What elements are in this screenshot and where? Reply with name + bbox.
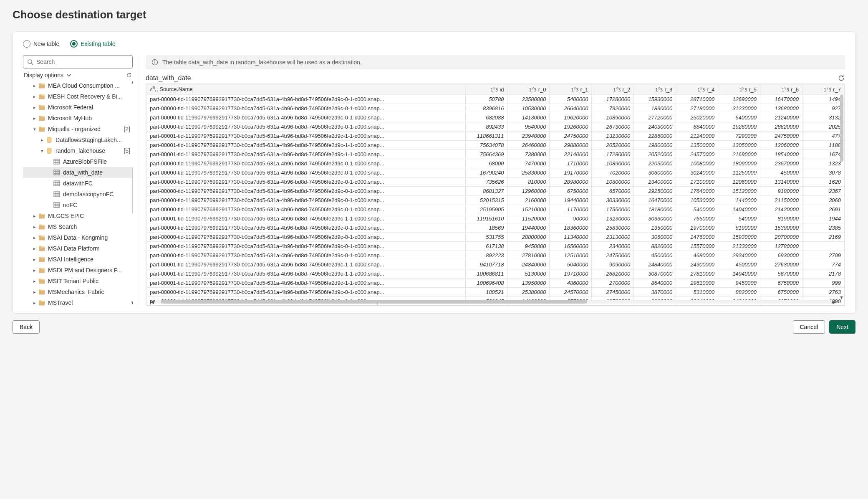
table-row[interactable]: part-00001-tid-119907976992917730-b0ca7d… — [146, 269, 845, 278]
table-cell: 13230000 — [592, 214, 634, 223]
table-row[interactable]: part-00000-tid-119907976992917730-b0ca7d… — [146, 241, 845, 251]
tree-item[interactable]: ▸MLGCS EPIC — [23, 210, 133, 221]
scroll-down-arrow-icon[interactable]: ▼ — [130, 300, 133, 306]
table-row[interactable]: part-00001-tid-119907976992917730-b0ca7d… — [146, 260, 845, 269]
table-cell: 2709 — [802, 251, 845, 260]
table-row[interactable]: part-00000-tid-119907976992917730-b0ca7d… — [146, 195, 845, 205]
tree-item[interactable]: AzureBlobFSFile — [23, 156, 133, 167]
table-row[interactable]: part-00000-tid-119907976992917730-b0ca7d… — [146, 104, 845, 113]
display-options-button[interactable]: Display options — [24, 72, 72, 79]
column-header[interactable]: 123id — [465, 84, 507, 95]
table-cell: 2763 — [802, 287, 845, 296]
chevron-right-icon[interactable]: ▸ — [32, 235, 37, 241]
column-header[interactable]: 123r_2 — [592, 84, 634, 95]
column-header[interactable]: 123r_0 — [507, 84, 550, 95]
radio-new-table[interactable]: New table — [23, 40, 59, 48]
back-button[interactable]: Back — [13, 320, 40, 334]
tree-item[interactable]: data_with_date — [23, 167, 133, 178]
chevron-right-icon[interactable]: ▸ — [32, 94, 37, 99]
column-header[interactable]: 123r_5 — [718, 84, 760, 95]
tree-item[interactable]: ▸MSMechanics_Fabric — [23, 286, 133, 297]
tree-item[interactable]: ▸DataflowsStagingLakeh... — [23, 134, 133, 145]
chevron-right-icon[interactable]: ▸ — [32, 224, 37, 230]
table-row[interactable]: part-00001-tid-119907976992917730-b0ca7d… — [146, 214, 845, 223]
chevron-right-icon[interactable]: ▸ — [32, 279, 37, 284]
table-cell: 1674 — [802, 149, 845, 159]
tree-item[interactable]: ▸Microsoft Federal — [23, 102, 133, 113]
cancel-button[interactable]: Cancel — [793, 320, 825, 334]
table-row[interactable]: part-00000-tid-119907976992917730-b0ca7d… — [146, 168, 845, 177]
scroll-down-arrow-icon[interactable]: ▼ — [839, 295, 844, 300]
column-header[interactable]: 123r_4 — [676, 84, 718, 95]
tree-item[interactable]: ▸MSAI Data Platform — [23, 243, 133, 254]
table-row[interactable]: part-00001-tid-119907976992917730-b0ca7d… — [146, 149, 845, 159]
chevron-right-icon[interactable]: ▸ — [32, 246, 37, 251]
scrollbar-thumb[interactable] — [840, 95, 843, 162]
radio-existing-table[interactable]: Existing table — [70, 40, 115, 48]
table-row[interactable]: part-00000-tid-119907976992917730-b0ca7d… — [146, 113, 845, 122]
grid-vertical-scrollbar[interactable]: ▲ ▼ — [840, 95, 843, 299]
tree-item[interactable]: ▸Microsoft MyHub — [23, 113, 133, 124]
table-cell: 5670000 — [760, 269, 802, 278]
tree-item[interactable]: ▸MSTravel — [23, 297, 133, 306]
table-row[interactable]: part-00001-tid-119907976992917730-b0ca7d… — [146, 140, 845, 149]
table-cell: 14760000 — [676, 232, 718, 241]
column-header[interactable]: ABCSource.Name — [146, 84, 466, 95]
scroll-right-arrow-icon[interactable]: ▶ — [832, 299, 837, 305]
table-cell: 21150000 — [760, 195, 802, 205]
chevron-right-icon[interactable]: ▸ — [32, 105, 37, 110]
chevron-right-icon[interactable]: ▸ — [32, 257, 37, 262]
chevron-right-icon[interactable]: ▸ — [32, 116, 37, 121]
table-row[interactable]: part-00000-tid-119907976992917730-b0ca7d… — [146, 94, 845, 104]
scroll-left-arrow-icon[interactable]: ◀ — [149, 299, 155, 305]
scrollbar-thumb[interactable] — [161, 300, 587, 304]
table-row[interactable]: part-00000-tid-119907976992917730-b0ca7d… — [146, 159, 845, 168]
table-cell: 25380000 — [507, 287, 550, 296]
chevron-down-icon[interactable]: ▾ — [32, 127, 37, 132]
column-header[interactable]: 123r_6 — [760, 84, 802, 95]
table-row[interactable]: part-00000-tid-119907976992917730-b0ca7d… — [146, 232, 845, 241]
chevron-right-icon[interactable]: ▸ — [32, 289, 37, 295]
table-row[interactable]: part-00000-tid-119907976992917730-b0ca7d… — [146, 287, 845, 296]
tree-item[interactable]: ▸MESH Cost Recovery & Bi... — [23, 91, 133, 102]
table-row[interactable]: part-00000-tid-119907976992917730-b0ca7d… — [146, 223, 845, 232]
chevron-down-icon[interactable]: ▾ — [40, 148, 45, 154]
search-input[interactable]: Search — [23, 55, 133, 68]
tree-item-label: Miquella - organized — [48, 126, 121, 132]
table-row[interactable]: part-00001-tid-119907976992917730-b0ca7d… — [146, 278, 845, 287]
tree-item[interactable]: ▸MSAI Intelligence — [23, 254, 133, 265]
table-row[interactable]: part-00000-tid-119907976992917730-b0ca7d… — [146, 186, 845, 195]
table-cell: part-00000-tid-119907976992917730-b0ca7d… — [146, 186, 466, 195]
chevron-right-icon[interactable]: ▸ — [32, 83, 37, 89]
table-row[interactable]: part-00000-tid-119907976992917730-b0ca7d… — [146, 177, 845, 186]
next-button[interactable]: Next — [829, 320, 855, 334]
tree-item[interactable]: ▸MSDI PM and Designers F... — [23, 265, 133, 276]
refresh-preview-icon[interactable] — [838, 74, 845, 82]
tree-item[interactable]: demofastcopynoFC — [23, 189, 133, 200]
column-header[interactable]: 123r_7 — [802, 84, 845, 95]
grid-horizontal-scrollbar[interactable]: ◀ ▶ — [149, 300, 837, 304]
column-header[interactable]: 123r_3 — [634, 84, 676, 95]
tree-item[interactable]: noFC — [23, 200, 133, 210]
table-cell: 11520000 — [507, 214, 550, 223]
scroll-up-arrow-icon[interactable]: ▲ — [131, 80, 133, 84]
tree-item[interactable]: ▸MSIT Tenant Public — [23, 276, 133, 286]
chevron-right-icon[interactable]: ▸ — [32, 213, 37, 219]
chevron-right-icon[interactable]: ▸ — [32, 268, 37, 273]
chevron-right-icon[interactable]: ▸ — [32, 300, 37, 306]
table-row[interactable]: part-00001-tid-119907976992917730-b0ca7d… — [146, 131, 845, 140]
column-header[interactable]: 123r_1 — [550, 84, 592, 95]
tree-item[interactable]: datawithFC — [23, 178, 133, 189]
tree-item[interactable]: ▾random_lakehouse[5] — [23, 145, 133, 156]
tree-item[interactable]: ▸MS Search — [23, 221, 133, 232]
table-cell: 8681327 — [465, 186, 507, 195]
tree-item[interactable]: ▸MEA Cloud Consumption ... — [23, 80, 133, 91]
tree-scrollbar-thumb[interactable] — [132, 168, 133, 214]
chevron-right-icon[interactable]: ▸ — [40, 137, 45, 143]
refresh-icon[interactable] — [126, 72, 132, 78]
tree-item[interactable]: ▾Miquella - organized[2] — [23, 124, 133, 134]
tree-item[interactable]: ▸MSAI Data - Kongming — [23, 232, 133, 243]
table-row[interactable]: part-00000-tid-119907976992917730-b0ca7d… — [146, 205, 845, 214]
table-row[interactable]: part-00000-tid-119907976992917730-b0ca7d… — [146, 251, 845, 260]
table-row[interactable]: part-00000-tid-119907976992917730-b0ca7d… — [146, 122, 845, 131]
